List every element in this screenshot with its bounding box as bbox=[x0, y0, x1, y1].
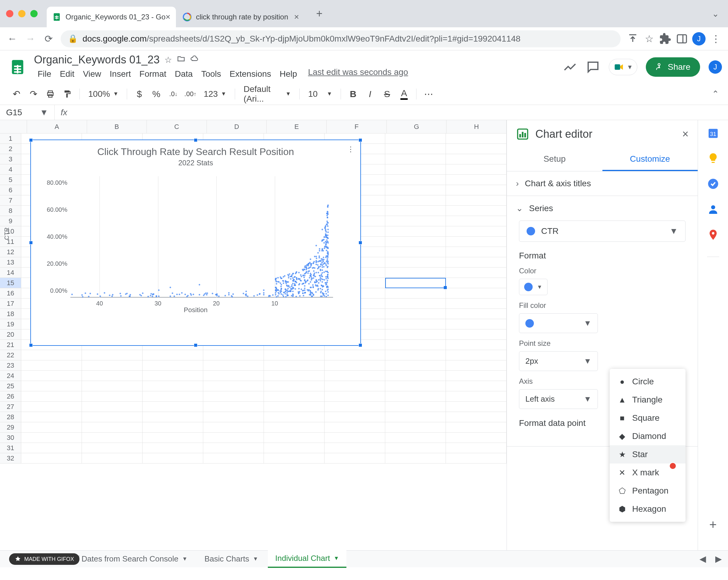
tab-nav-left[interactable]: ◀ bbox=[700, 554, 706, 564]
menu-format[interactable]: Format bbox=[136, 67, 170, 81]
col-header[interactable]: G bbox=[387, 120, 447, 133]
row-header[interactable]: 4 bbox=[0, 164, 21, 175]
cloud-status-icon[interactable] bbox=[190, 55, 199, 65]
collapse-toolbar-icon[interactable]: ⌃ bbox=[712, 89, 719, 99]
row-header[interactable]: 21 bbox=[0, 340, 21, 350]
star-icon[interactable]: ☆ bbox=[164, 55, 172, 65]
col-header[interactable]: D bbox=[207, 120, 267, 133]
row-header[interactable]: 23 bbox=[0, 360, 21, 371]
row-header[interactable]: 8 bbox=[0, 206, 21, 216]
section-chart-axis-titles[interactable]: › Chart & axis titles bbox=[507, 172, 698, 196]
row-header[interactable]: 7 bbox=[0, 195, 21, 206]
paint-format-button[interactable] bbox=[60, 87, 75, 101]
shape-option-diamond[interactable]: ◆Diamond bbox=[610, 427, 685, 445]
col-header[interactable]: C bbox=[147, 120, 207, 133]
profile-avatar[interactable]: J bbox=[692, 32, 706, 46]
tab-nav-right[interactable]: ▶ bbox=[715, 554, 722, 564]
color-picker[interactable]: ▼ bbox=[519, 279, 547, 295]
row-header[interactable]: 9 bbox=[0, 216, 21, 226]
series-selector[interactable]: CTR ▼ bbox=[519, 220, 685, 242]
more-button[interactable]: ⋯ bbox=[421, 87, 436, 101]
tabs-overflow-icon[interactable]: ⌄ bbox=[712, 9, 719, 19]
row-header[interactable]: 24 bbox=[0, 371, 21, 381]
reload-button[interactable]: ⟳ bbox=[43, 33, 55, 45]
tab-setup[interactable]: Setup bbox=[507, 148, 602, 171]
decrease-decimal-button[interactable]: .0↓ bbox=[166, 87, 181, 101]
zoom-select[interactable]: 100% ▼ bbox=[85, 89, 122, 99]
row-header[interactable]: 3 bbox=[0, 154, 21, 164]
menu-data[interactable]: Data bbox=[171, 67, 196, 81]
menu-insert[interactable]: Insert bbox=[106, 67, 135, 81]
row-header[interactable]: 2 bbox=[0, 144, 21, 154]
row-header[interactable]: 6 bbox=[0, 185, 21, 195]
close-window-button[interactable] bbox=[6, 10, 14, 17]
col-header[interactable]: A bbox=[27, 120, 87, 133]
section-series[interactable]: ⌄ Series bbox=[507, 196, 698, 220]
maps-icon[interactable] bbox=[706, 228, 720, 241]
bookmark-icon[interactable]: ☆ bbox=[643, 33, 655, 45]
row-header[interactable]: 27 bbox=[0, 402, 21, 412]
version-history-icon[interactable] bbox=[563, 60, 577, 74]
row-header[interactable]: 5 bbox=[0, 175, 21, 185]
address-bar[interactable]: 🔒 docs.google.com/spreadsheets/d/1S2Q_yb… bbox=[61, 30, 621, 47]
row-header[interactable]: 12 bbox=[0, 247, 21, 257]
col-header[interactable]: B bbox=[87, 120, 147, 133]
font-select[interactable]: Default (Ari... ▼ bbox=[240, 84, 294, 104]
strikethrough-button[interactable]: S bbox=[380, 87, 394, 101]
side-panel-icon[interactable] bbox=[676, 33, 688, 45]
print-button[interactable] bbox=[43, 87, 58, 101]
menu-help[interactable]: Help bbox=[276, 67, 301, 81]
sheet-tab[interactable]: Basic Charts ▼ bbox=[197, 551, 265, 567]
row-header[interactable]: 17 bbox=[0, 298, 21, 309]
row-header[interactable]: 26 bbox=[0, 391, 21, 402]
font-size-select[interactable]: 10 ▼ bbox=[305, 89, 336, 99]
shape-option-square[interactable]: ■Square bbox=[610, 409, 685, 427]
row-header[interactable]: 28 bbox=[0, 412, 21, 422]
sheets-logo-icon[interactable] bbox=[6, 55, 29, 79]
row-header[interactable]: 31 bbox=[0, 443, 21, 453]
col-header[interactable]: H bbox=[446, 120, 506, 133]
cell-reference-box[interactable]: G15 ▼ bbox=[0, 105, 55, 120]
new-tab-button[interactable]: + bbox=[312, 6, 327, 21]
increase-decimal-button[interactable]: .00↑ bbox=[183, 87, 198, 101]
shape-option-pentagon[interactable]: ⬠Pentagon bbox=[610, 482, 685, 500]
extensions-icon[interactable] bbox=[659, 33, 672, 45]
calendar-icon[interactable]: 31 bbox=[706, 126, 720, 139]
share-page-icon[interactable] bbox=[627, 33, 639, 45]
menu-file[interactable]: File bbox=[34, 67, 55, 81]
spreadsheet-grid[interactable]: ABCDEFGH 1234567891011121314151617181920… bbox=[0, 120, 506, 550]
close-tab-icon[interactable]: × bbox=[165, 12, 171, 22]
row-header[interactable]: 16 bbox=[0, 288, 21, 298]
account-avatar[interactable]: J bbox=[709, 60, 722, 74]
selected-cell-g15[interactable] bbox=[385, 278, 446, 288]
contacts-icon[interactable] bbox=[706, 203, 720, 216]
row-header[interactable]: 15 bbox=[0, 278, 21, 288]
keep-icon[interactable] bbox=[706, 152, 720, 165]
menu-view[interactable]: View bbox=[79, 67, 105, 81]
tasks-icon[interactable] bbox=[706, 177, 720, 190]
shape-option-circle[interactable]: ●Circle bbox=[610, 372, 685, 391]
percent-button[interactable]: % bbox=[149, 87, 163, 101]
fill-color-picker[interactable]: ▼ bbox=[519, 313, 598, 333]
number-format-button[interactable]: 123▼ bbox=[200, 89, 230, 99]
point-size-select[interactable]: 2px▼ bbox=[519, 351, 598, 371]
last-edit-link[interactable]: Last edit was seconds ago bbox=[308, 67, 408, 81]
bold-button[interactable]: B bbox=[346, 87, 360, 101]
minimize-window-button[interactable] bbox=[18, 10, 25, 17]
shape-option-star[interactable]: ★Star bbox=[610, 445, 685, 464]
row-header[interactable]: 20 bbox=[0, 329, 21, 340]
row-header[interactable]: 13 bbox=[0, 257, 21, 268]
tab-customize[interactable]: Customize bbox=[602, 148, 698, 171]
row-header[interactable]: 14 bbox=[0, 268, 21, 278]
maximize-window-button[interactable] bbox=[30, 10, 37, 17]
row-header[interactable]: 29 bbox=[0, 422, 21, 432]
row-header[interactable]: 1 bbox=[0, 133, 21, 144]
row-header[interactable]: 32 bbox=[0, 453, 21, 464]
menu-edit[interactable]: Edit bbox=[56, 67, 78, 81]
document-title[interactable]: Organic_Keywords 01_23 bbox=[34, 53, 160, 66]
sheet-tab-active[interactable]: Individual Chart ▼ bbox=[268, 550, 346, 568]
browser-menu-icon[interactable]: ⋮ bbox=[710, 33, 722, 45]
chart-menu-icon[interactable]: ⋮ bbox=[347, 145, 354, 154]
forward-button[interactable]: → bbox=[24, 33, 36, 45]
add-addon-button[interactable]: + bbox=[709, 518, 717, 532]
